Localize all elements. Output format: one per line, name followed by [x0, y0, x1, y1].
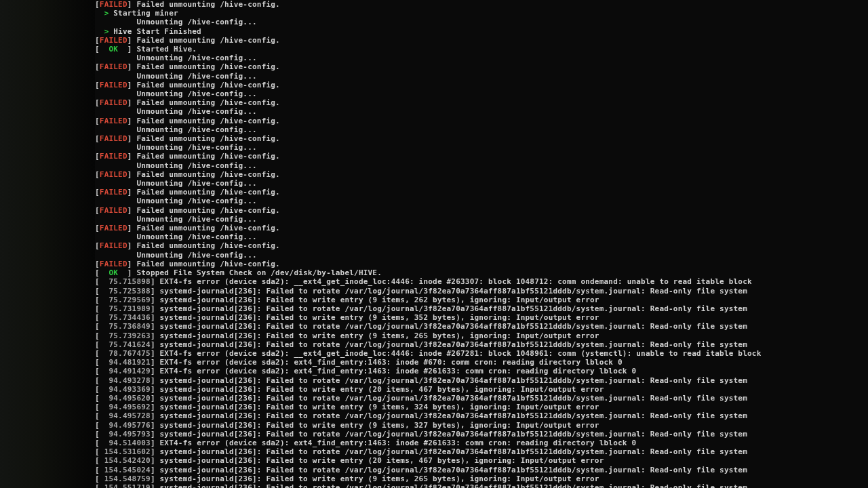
bracket-left: [: [95, 188, 100, 197]
bracket-right: ]: [151, 456, 160, 465]
continuation-message: Unmounting /hive-config...: [136, 143, 256, 152]
kernel-timestamp: 75.725388: [100, 287, 151, 296]
kernel-message: systemd-journald[236]: Failed to rotate …: [160, 287, 747, 296]
continuation-message: Unmounting /hive-config...: [136, 89, 256, 98]
prompt-caret-icon: >: [95, 27, 113, 36]
console-line: [ 94.495793] systemd-journald[236]: Fail…: [95, 430, 868, 439]
bracket-right: ]: [127, 188, 137, 197]
status-failed: FAILED: [100, 81, 127, 89]
status-failed: FAILED: [100, 206, 127, 215]
kernel-message: systemd-journald[236]: Failed to rotate …: [160, 466, 747, 474]
bracket-right: ]: [151, 349, 160, 358]
bracket-left: [: [95, 456, 100, 465]
kernel-timestamp: 94.493278: [100, 376, 151, 385]
console-line: [ 94.514003] EXT4-fs error (device sda2)…: [95, 439, 868, 447]
bracket-left: [: [95, 439, 100, 447]
bracket-right: ]: [151, 403, 160, 411]
console-line: [FAILED] Failed unmounting /hive-config.: [95, 206, 868, 215]
status-failed: FAILED: [100, 98, 127, 107]
bracket-left: [: [95, 117, 100, 125]
status-message: Failed unmounting /hive-config.: [136, 81, 280, 89]
console-line: Unmounting /hive-config...: [95, 125, 868, 134]
bracket-right: ]: [151, 376, 160, 385]
bracket-left: [: [95, 322, 100, 331]
kernel-message: EXT4-fs error (device sda2): __ext4_get_…: [160, 277, 752, 286]
kernel-timestamp: 75.741624: [100, 340, 151, 349]
console-line: [FAILED] Failed unmounting /hive-config.: [95, 117, 868, 125]
kernel-timestamp: 154.531602: [100, 447, 151, 456]
continuation-message: Unmounting /hive-config...: [136, 251, 256, 260]
status-message: Failed unmounting /hive-config.: [136, 117, 280, 125]
kernel-message: systemd-journald[236]: Failed to rotate …: [160, 376, 747, 385]
console-line: Unmounting /hive-config...: [95, 143, 868, 152]
console-line: Unmounting /hive-config...: [95, 54, 868, 62]
kernel-message: systemd-journald[236]: Failed to write e…: [160, 474, 599, 483]
console-line: Unmounting /hive-config...: [95, 197, 868, 205]
bracket-right: ]: [151, 304, 160, 313]
console-line: Unmounting /hive-config...: [95, 161, 868, 170]
bracket-left: [: [95, 376, 100, 385]
bracket-right: ]: [127, 36, 137, 45]
bracket-left: [: [95, 358, 100, 367]
kernel-timestamp: 94.495728: [100, 411, 151, 420]
status-message: Failed unmounting /hive-config.: [136, 241, 280, 250]
console-line: Unmounting /hive-config...: [95, 18, 868, 26]
continuation-message: Unmounting /hive-config...: [136, 197, 256, 205]
kernel-timestamp: 75.734436: [100, 313, 151, 322]
bracket-left: [: [95, 260, 100, 268]
kernel-timestamp: 75.715898: [100, 277, 151, 286]
continuation-message: Unmounting /hive-config...: [136, 215, 256, 224]
console-line: [ 75.715898] EXT4-fs error (device sda2)…: [95, 277, 868, 286]
console-line: [FAILED] Failed unmounting /hive-config.: [95, 98, 868, 107]
console-line: [ OK ] Started Hive.: [95, 45, 868, 54]
bracket-left: [: [95, 411, 100, 420]
kernel-timestamp: 75.731989: [100, 304, 151, 313]
bracket-right: ]: [151, 358, 160, 367]
console-line: > Starting miner: [95, 9, 868, 18]
bracket-right: ]: [127, 81, 137, 89]
status-message: Failed unmounting /hive-config.: [136, 98, 280, 107]
console-line: [ 94.495728] systemd-journald[236]: Fail…: [95, 411, 868, 420]
kernel-message: systemd-journald[236]: Failed to rotate …: [160, 447, 747, 456]
kernel-message: systemd-journald[236]: Failed to write e…: [160, 331, 599, 340]
status-message: Started Hive.: [136, 45, 197, 54]
status-failed: FAILED: [100, 224, 127, 232]
status-message: Failed unmounting /hive-config.: [136, 260, 280, 268]
console-line: Unmounting /hive-config...: [95, 72, 868, 81]
status-ok: OK: [100, 268, 127, 277]
bracket-left: [: [95, 224, 100, 232]
kernel-timestamp: 154.548759: [100, 474, 151, 483]
console-line: [ 154.548759] systemd-journald[236]: Fai…: [95, 474, 868, 483]
kernel-message: systemd-journald[236]: Failed to rotate …: [160, 394, 747, 403]
console-line: Unmounting /hive-config...: [95, 89, 868, 98]
status-failed: FAILED: [100, 117, 127, 125]
console-line: [ 94.495620] systemd-journald[236]: Fail…: [95, 394, 868, 403]
status-failed: FAILED: [100, 152, 127, 161]
bracket-left: [: [95, 313, 100, 322]
bracket-right: ]: [127, 62, 137, 71]
kernel-message: systemd-journald[236]: Failed to rotate …: [160, 304, 747, 313]
kernel-timestamp: 75.729569: [100, 296, 151, 304]
kernel-message: systemd-journald[236]: Failed to write e…: [160, 313, 599, 322]
bracket-right: ]: [151, 394, 160, 403]
kernel-timestamp: 94.495620: [100, 394, 151, 403]
console-line: [ 75.731989] systemd-journald[236]: Fail…: [95, 304, 868, 313]
bracket-left: [: [95, 304, 100, 313]
console-line: [FAILED] Failed unmounting /hive-config.: [95, 134, 868, 143]
bracket-left: [: [95, 483, 100, 488]
kernel-message: systemd-journald[236]: Failed to write e…: [160, 403, 599, 411]
bracket-left: [: [95, 62, 100, 71]
kernel-message: systemd-journald[236]: Failed to write e…: [160, 385, 604, 394]
console-line: [ 75.734436] systemd-journald[236]: Fail…: [95, 313, 868, 322]
bracket-right: ]: [127, 268, 137, 277]
bracket-left: [: [95, 296, 100, 304]
bracket-left: [: [95, 394, 100, 403]
kernel-timestamp: 94.495776: [100, 421, 151, 430]
bracket-right: ]: [151, 322, 160, 331]
console-line: [ 154.545024] systemd-journald[236]: Fai…: [95, 466, 868, 474]
prompt-message: Hive Start Finished: [113, 27, 201, 36]
console-line: [ 94.493278] systemd-journald[236]: Fail…: [95, 376, 868, 385]
bracket-right: ]: [127, 152, 137, 161]
bracket-right: ]: [151, 483, 160, 488]
console-line: [FAILED] Failed unmounting /hive-config.: [95, 188, 868, 197]
